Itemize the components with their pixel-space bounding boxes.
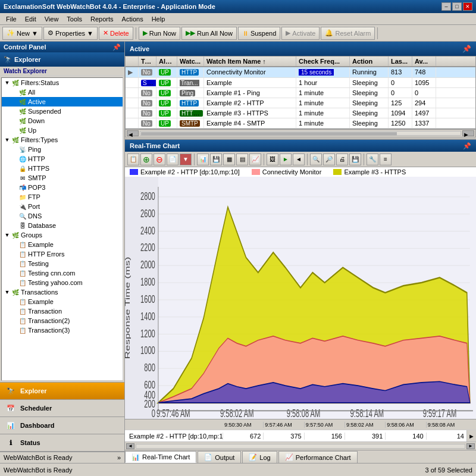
tree-item-grp-testing-yahoo[interactable]: 📋 Testing yahoo.com xyxy=(2,278,123,287)
tree-item-filters-types[interactable]: ▼ 🌿 Filters:Types xyxy=(2,135,123,145)
tree-item-ftp[interactable]: 📁 FTP xyxy=(2,192,123,202)
tab-log[interactable]: 📝 Log xyxy=(242,451,277,463)
tree-item-active[interactable]: 🌿 Active xyxy=(2,97,123,107)
chart-pin-icon[interactable]: 📌 xyxy=(463,142,471,150)
chart-scrollbar[interactable]: ◄ ► xyxy=(125,441,476,450)
menu-file[interactable]: File xyxy=(2,14,20,24)
tree-item-transactions[interactable]: ▼ 🌿 Transactions xyxy=(2,287,123,297)
scroll-track[interactable] xyxy=(140,131,461,136)
minimize-button[interactable]: – xyxy=(441,2,451,11)
tree-item-grp-testing[interactable]: 📋 Testing xyxy=(2,259,123,268)
tab-performance[interactable]: 📈 Performance Chart xyxy=(278,451,358,463)
chart-tool-add[interactable]: ⊕ xyxy=(140,154,152,165)
activate-button[interactable]: ▶ Activate xyxy=(281,27,320,40)
scroll-right-btn[interactable]: ► xyxy=(462,130,474,136)
tree-item-groups[interactable]: ▼ 🌿 Groups xyxy=(2,230,123,240)
expand-icon[interactable]: ▼ xyxy=(4,80,10,86)
tree-item-http[interactable]: 🌐 HTTP xyxy=(2,154,123,164)
tab-realtime[interactable]: 📊 Real-Time Chart xyxy=(125,451,196,463)
chart-scroll-right[interactable]: ► xyxy=(466,443,475,449)
chart-tool-8[interactable]: 📈 xyxy=(249,154,261,165)
tree-item-port[interactable]: 🔌 Port xyxy=(2,202,123,211)
chart-tool-img1[interactable]: 🖼 xyxy=(267,154,278,165)
chart-tool-grid[interactable]: ▦ xyxy=(223,154,235,165)
maximize-button[interactable]: □ xyxy=(452,2,462,11)
close-button[interactable]: ✕ xyxy=(463,2,472,11)
chart-scroll-left[interactable]: ◄ xyxy=(126,443,134,449)
grid-row[interactable]: No UP HTTPS Example #3 - HTTPS 1 minute … xyxy=(126,108,475,118)
new-dropdown-icon[interactable]: ▼ xyxy=(32,30,38,37)
pin-icon[interactable]: 📌 xyxy=(112,43,121,51)
tree-item-database[interactable]: 🗄 Database xyxy=(2,221,123,230)
grid-row[interactable]: ▶ No UP HTTP Connectivity Monitor 15 sec… xyxy=(126,67,475,78)
run-now-button[interactable]: ▶ Run Now xyxy=(139,27,180,40)
tree-container[interactable]: ▼ 🌿 Filters:Status 🌿 All 🌿 Active 🌿 Susp… xyxy=(1,77,123,381)
chart-tool-zoom[interactable]: 🔍 xyxy=(310,154,322,165)
chart-scroll-track[interactable] xyxy=(136,444,465,449)
nav-scheduler-button[interactable]: 📅 Scheduler xyxy=(0,400,124,417)
grid-row[interactable]: No UP Ping Example #1 - Ping 1 minute Sl… xyxy=(126,88,475,98)
chart-tool-print[interactable]: 🖨 xyxy=(336,154,348,165)
new-button[interactable]: ✨ New ▼ xyxy=(2,27,42,40)
tree-item-pop3[interactable]: 📬 POP3 xyxy=(2,183,123,192)
chart-tool-play[interactable]: ► xyxy=(280,154,292,165)
nav-explorer-button[interactable]: 🔭 Explorer xyxy=(0,383,124,400)
suspend-button[interactable]: ⏸ Suspend xyxy=(238,27,280,40)
tree-item-grp-testing-cnn[interactable]: 📋 Testing cnn.com xyxy=(2,268,123,278)
tree-item-dns[interactable]: 🔍 DNS xyxy=(2,211,123,221)
col-las[interactable]: Las... xyxy=(389,57,412,66)
col-freq[interactable]: Check Freq... xyxy=(296,57,350,66)
menu-help[interactable]: Help xyxy=(148,14,169,24)
tree-item-transaction3[interactable]: 📋 Transaction(3) xyxy=(2,325,123,335)
nav-status-button[interactable]: ℹ Status xyxy=(0,434,124,452)
menu-edit[interactable]: Edit xyxy=(21,14,40,24)
menu-actions[interactable]: Actions xyxy=(118,14,147,24)
grid-row[interactable]: Su... UP Tran... Example 1 hour Sleeping… xyxy=(126,78,475,88)
chart-tool-settings[interactable]: 🔧 xyxy=(367,154,378,165)
chart-tool-1[interactable]: 📋 xyxy=(127,154,139,165)
chart-tool-zoom-out[interactable]: 🔎 xyxy=(323,154,335,165)
chart-tool-5[interactable]: 📊 xyxy=(197,154,209,165)
col-tra[interactable]: Tra... xyxy=(139,57,156,66)
tree-item-suspended[interactable]: 🌿 Suspended xyxy=(2,107,123,116)
grid-row[interactable]: No UP HTTP Example #2 - HTTP 1 minute Sl… xyxy=(126,98,475,108)
delete-button[interactable]: ✕ Delete xyxy=(99,27,133,40)
scroll-left-btn[interactable]: ◄ xyxy=(127,130,139,136)
tree-item-transaction[interactable]: 📋 Transaction xyxy=(2,306,123,316)
title-buttons[interactable]: – □ ✕ xyxy=(441,2,472,11)
scroll-thumb[interactable] xyxy=(141,132,397,136)
expand-arrows[interactable]: » xyxy=(117,454,121,461)
data-scroll-right[interactable]: ► xyxy=(466,430,476,441)
tree-item-trans-example[interactable]: 📋 Example xyxy=(2,297,123,306)
chart-tool-save[interactable]: 💾 xyxy=(349,154,361,165)
tree-item-down[interactable]: 🌿 Down xyxy=(2,116,123,126)
chart-tool-table[interactable]: ▤ xyxy=(236,154,248,165)
run-all-button[interactable]: ▶▶ Run All Now xyxy=(181,27,237,40)
grid-scrollbar[interactable]: ◄ ► xyxy=(125,129,476,137)
col-watc[interactable]: Watc... xyxy=(177,57,204,66)
tree-item-grp-example[interactable]: 📋 Example xyxy=(2,240,123,249)
tree-item-smtp[interactable]: ✉ SMTP xyxy=(2,173,123,183)
tree-item-filters-status[interactable]: ▼ 🌿 Filters:Status xyxy=(2,78,123,87)
chart-tool-3[interactable]: 📄 xyxy=(167,154,178,165)
col-sel[interactable] xyxy=(126,57,139,66)
tree-item-all[interactable]: 🌿 All xyxy=(2,87,123,97)
grid-row[interactable]: No UP SMTP Example #4 - SMTP 1 minute Sl… xyxy=(126,118,475,129)
tab-output[interactable]: 📄 Output xyxy=(198,451,241,463)
chart-tool-back[interactable]: ◄ xyxy=(293,154,305,165)
col-action[interactable]: Action xyxy=(350,57,389,66)
col-ala[interactable]: Ala... xyxy=(156,57,177,66)
properties-button[interactable]: ⚙ Properties ▼ xyxy=(43,27,98,40)
pin-right-icon[interactable]: 📌 xyxy=(462,45,471,53)
tree-item-https[interactable]: 🔒 HTTPS xyxy=(2,164,123,173)
reset-alarm-button[interactable]: 🔔 Reset Alarm xyxy=(321,27,375,40)
chart-tool-remove[interactable]: ⊖ xyxy=(154,154,165,165)
chart-tool-6[interactable]: 💾 xyxy=(210,154,222,165)
tree-item-ping[interactable]: 📡 Ping xyxy=(2,145,123,154)
menu-reports[interactable]: Reports xyxy=(87,14,117,24)
tree-item-grp-http-errors[interactable]: 📋 HTTP Errors xyxy=(2,249,123,259)
chart-tool-color[interactable]: ▼ xyxy=(180,154,192,165)
col-av[interactable]: Av... xyxy=(412,57,436,66)
tree-item-transaction2[interactable]: 📋 Transaction(2) xyxy=(2,316,123,325)
menu-view[interactable]: View xyxy=(41,14,62,24)
